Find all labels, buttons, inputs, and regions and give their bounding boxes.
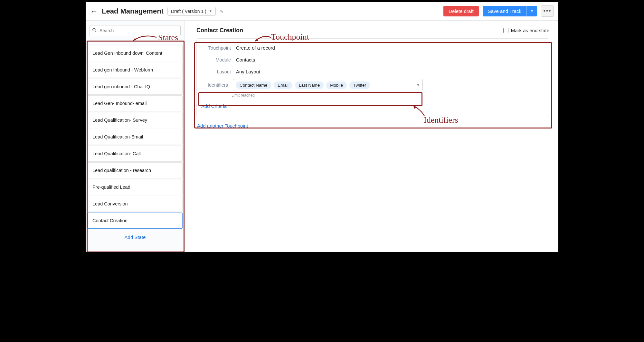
back-arrow-icon[interactable]: ←	[90, 7, 98, 16]
state-title: Contact Creation	[196, 27, 243, 34]
main-panel: Contact Creation Mark as end state Touch…	[185, 21, 558, 252]
state-item-active[interactable]: Contact Creation	[88, 213, 183, 229]
state-item[interactable]: Lead Gen Inbound downl Content	[88, 45, 183, 61]
touchpoint-card: Touchpoint Create of a record Module Con…	[196, 38, 549, 117]
identifier-chip[interactable]: Mobile	[326, 81, 347, 89]
state-item[interactable]: Pre-qualified Lead	[88, 179, 183, 195]
identifier-chip[interactable]: Contact Name	[236, 81, 271, 89]
version-dropdown[interactable]: Draft ( Version 1 ) ▼	[167, 7, 216, 16]
identifier-chip[interactable]: Twitter	[349, 81, 370, 89]
add-criteria-link[interactable]: Add Criteria	[201, 103, 227, 109]
page-title: Lead Management	[102, 7, 164, 15]
mark-end-state-label: Mark as end state	[511, 28, 549, 33]
state-item[interactable]: Lead gen Inbound - Webform	[88, 62, 183, 78]
identifiers-limit-text: Limit reached	[232, 93, 549, 98]
label-module: Module	[203, 57, 231, 62]
chevron-down-icon[interactable]: ▼	[416, 83, 420, 87]
delete-draft-button[interactable]: Delete draft	[443, 6, 479, 16]
value-touchpoint: Create of a record	[236, 45, 275, 51]
state-item[interactable]: Lead gen inbound - Chat IQ	[88, 79, 183, 95]
mark-end-state[interactable]: Mark as end state	[503, 28, 549, 33]
version-label: Draft ( Version 1 )	[171, 9, 206, 14]
search-input[interactable]	[90, 25, 181, 36]
identifiers-field[interactable]: Contact Name Email Last Name Mobile Twit…	[233, 79, 423, 91]
svg-point-0	[93, 28, 95, 31]
edit-icon[interactable]: ✎	[220, 9, 223, 14]
value-layout: Any Layout	[236, 69, 260, 74]
label-layout: Layout	[203, 69, 231, 74]
states-sidebar: Lead Gen Inbound downl Content Lead gen …	[86, 21, 185, 252]
mark-end-state-checkbox[interactable]	[503, 28, 508, 33]
state-item[interactable]: Lead Conversion	[88, 196, 183, 212]
header: ← Lead Management Draft ( Version 1 ) ▼ …	[86, 2, 558, 21]
more-options-button[interactable]: •••	[541, 5, 554, 17]
state-item[interactable]: Lead Gen- Inbound- email	[88, 95, 183, 111]
identifier-chip[interactable]: Last Name	[295, 81, 324, 89]
label-touchpoint: Touchpoint	[203, 45, 231, 51]
save-track-button[interactable]: Save and Track	[483, 6, 526, 16]
svg-line-1	[95, 31, 96, 32]
state-item[interactable]: Lead Qualification-Email	[88, 129, 183, 145]
label-identifiers: Identifiers	[208, 82, 231, 88]
save-track-dropdown[interactable]: ▼	[526, 6, 537, 16]
state-item[interactable]: Lead qualification - research	[88, 162, 183, 178]
search-icon	[92, 28, 97, 33]
chevron-down-icon: ▼	[530, 9, 534, 13]
add-touchpoint-link[interactable]: Add another Touchpoint	[197, 123, 248, 128]
state-item[interactable]: Lead Qualification- Call	[88, 146, 183, 162]
add-state-link[interactable]: Add State	[86, 229, 185, 244]
identifier-chip[interactable]: Email	[274, 81, 292, 89]
state-item[interactable]: Lead Qualification- Survey	[88, 112, 183, 128]
chevron-down-icon: ▼	[209, 9, 212, 13]
value-module: Contacts	[236, 57, 255, 62]
